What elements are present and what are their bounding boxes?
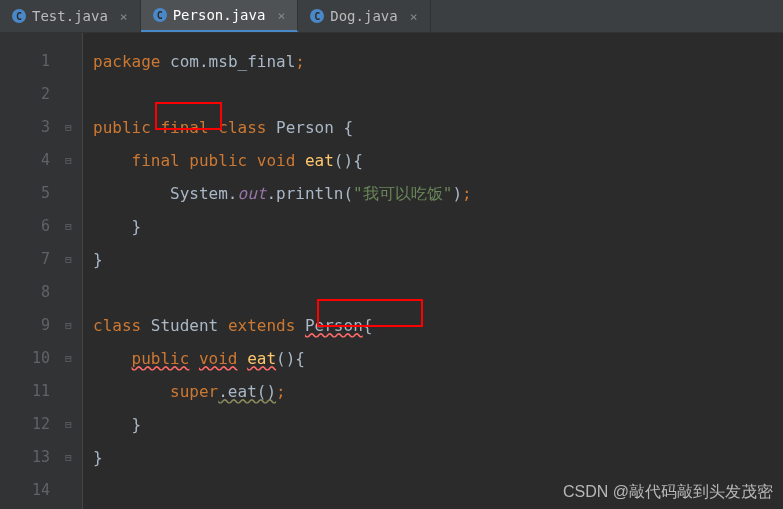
close-icon[interactable]: × bbox=[410, 9, 418, 24]
fold-marker[interactable] bbox=[55, 375, 82, 408]
code-line-9[interactable]: class Student extends Person{ bbox=[93, 309, 783, 342]
code-line-13[interactable]: } bbox=[93, 441, 783, 474]
line-number: 7 bbox=[0, 243, 55, 276]
fold-marker[interactable]: ⊟ bbox=[55, 210, 82, 243]
close-icon[interactable]: × bbox=[120, 9, 128, 24]
java-class-icon: C bbox=[153, 8, 167, 22]
tab-dog[interactable]: C Dog.java × bbox=[298, 0, 430, 32]
line-number: 11 bbox=[0, 375, 55, 408]
line-number: 6 bbox=[0, 210, 55, 243]
code-line-5[interactable]: System.out.println("我可以吃饭"); bbox=[93, 177, 783, 210]
fold-marker[interactable]: ⊟ bbox=[55, 243, 82, 276]
code-line-11[interactable]: super.eat(); bbox=[93, 375, 783, 408]
tab-label: Person.java bbox=[173, 7, 266, 23]
tab-label: Dog.java bbox=[330, 8, 397, 24]
line-number: 9 bbox=[0, 309, 55, 342]
watermark: CSDN @敲代码敲到头发茂密 bbox=[563, 482, 773, 503]
fold-marker[interactable]: ⊟ bbox=[55, 408, 82, 441]
line-number: 14 bbox=[0, 474, 55, 507]
fold-marker[interactable]: ⊟ bbox=[55, 309, 82, 342]
line-number: 13 bbox=[0, 441, 55, 474]
fold-marker[interactable] bbox=[55, 45, 82, 78]
code-line-10[interactable]: public void eat(){ bbox=[93, 342, 783, 375]
line-number: 5 bbox=[0, 177, 55, 210]
code-line-3[interactable]: public final class Person { bbox=[93, 111, 783, 144]
code-line-4[interactable]: final public void eat(){ bbox=[93, 144, 783, 177]
fold-gutter: ⊟ ⊟ ⊟ ⊟ ⊟ ⊟ ⊟ ⊟ bbox=[55, 33, 83, 509]
fold-marker[interactable] bbox=[55, 177, 82, 210]
code-line-12[interactable]: } bbox=[93, 408, 783, 441]
code-line-2[interactable] bbox=[93, 78, 783, 111]
line-number: 8 bbox=[0, 276, 55, 309]
code-line-8[interactable] bbox=[93, 276, 783, 309]
editor-area: 1 2 3 4 5 6 7 8 9 10 11 12 13 14 ⊟ ⊟ ⊟ ⊟… bbox=[0, 33, 783, 509]
code-line-7[interactable]: } bbox=[93, 243, 783, 276]
fold-marker[interactable]: ⊟ bbox=[55, 441, 82, 474]
java-class-icon: C bbox=[310, 9, 324, 23]
java-class-icon: C bbox=[12, 9, 26, 23]
line-number: 2 bbox=[0, 78, 55, 111]
fold-marker[interactable] bbox=[55, 78, 82, 111]
code-line-6[interactable]: } bbox=[93, 210, 783, 243]
line-number: 1 bbox=[0, 45, 55, 78]
tab-person[interactable]: C Person.java × bbox=[141, 0, 299, 32]
fold-marker[interactable]: ⊟ bbox=[55, 111, 82, 144]
line-number: 10 bbox=[0, 342, 55, 375]
code-area[interactable]: package com.msb_final; public final clas… bbox=[83, 33, 783, 509]
line-number: 12 bbox=[0, 408, 55, 441]
line-number: 4 bbox=[0, 144, 55, 177]
fold-marker[interactable] bbox=[55, 276, 82, 309]
fold-marker[interactable]: ⊟ bbox=[55, 342, 82, 375]
code-line-1[interactable]: package com.msb_final; bbox=[93, 45, 783, 78]
line-number: 3 bbox=[0, 111, 55, 144]
tab-bar: C Test.java × C Person.java × C Dog.java… bbox=[0, 0, 783, 33]
line-number-gutter: 1 2 3 4 5 6 7 8 9 10 11 12 13 14 bbox=[0, 33, 55, 509]
fold-marker[interactable]: ⊟ bbox=[55, 144, 82, 177]
fold-marker[interactable] bbox=[55, 474, 82, 507]
close-icon[interactable]: × bbox=[277, 8, 285, 23]
tab-label: Test.java bbox=[32, 8, 108, 24]
tab-test[interactable]: C Test.java × bbox=[0, 0, 141, 32]
